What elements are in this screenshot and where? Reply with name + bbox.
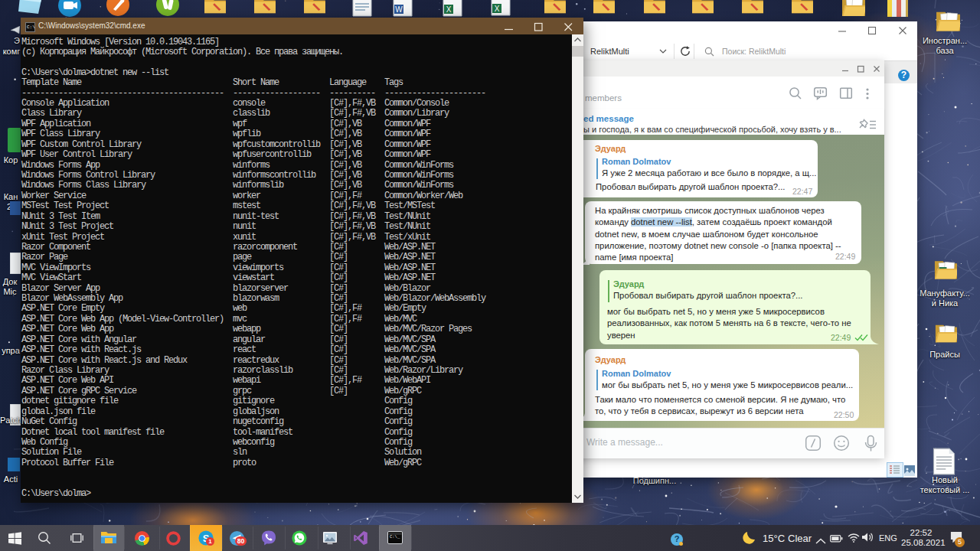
svg-text:W: W xyxy=(395,5,403,14)
svg-text:C:\_: C:\_ xyxy=(390,534,400,540)
svg-text:X: X xyxy=(495,5,500,13)
svg-text:X: X xyxy=(446,5,452,14)
